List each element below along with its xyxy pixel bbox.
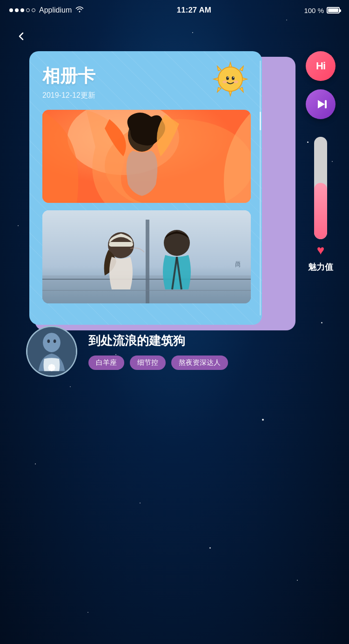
svg-rect-31 bbox=[325, 100, 327, 108]
side-panel: Hi ♥ 魅力值 bbox=[306, 51, 336, 273]
svg-marker-3 bbox=[214, 78, 218, 80]
main-content: 相册卡 2019-12-12更新 bbox=[0, 51, 349, 405]
svg-point-34 bbox=[47, 339, 50, 343]
profile-tags: 白羊座 细节控 熬夜资深达人 bbox=[88, 356, 323, 370]
svg-point-27 bbox=[164, 230, 190, 256]
slider-track bbox=[314, 137, 327, 239]
battery-icon bbox=[327, 7, 340, 13]
status-time: 11:27 AM bbox=[177, 6, 211, 15]
svg-marker-30 bbox=[318, 100, 325, 108]
scroll-indicator bbox=[258, 51, 262, 325]
svg-point-12 bbox=[233, 77, 234, 78]
profile-section: 到处流浪的建筑狗 白羊座 细节控 熬夜资深达人 bbox=[0, 326, 349, 377]
profile-info: 到处流浪的建筑狗 白羊座 细节控 熬夜资深达人 bbox=[88, 333, 323, 370]
tag-3: 熬夜资深达人 bbox=[171, 356, 228, 370]
charm-label: 魅力值 bbox=[308, 262, 333, 273]
status-left: Applidium bbox=[9, 6, 84, 14]
tag-2: 细节控 bbox=[130, 356, 166, 370]
photo-1 bbox=[42, 110, 251, 203]
play-button[interactable] bbox=[306, 89, 336, 119]
status-bar: Applidium 11:27 AM 100 % bbox=[0, 0, 349, 19]
dot3 bbox=[20, 8, 24, 12]
back-button[interactable] bbox=[13, 28, 30, 45]
svg-rect-22 bbox=[146, 220, 149, 303]
charm-slider: ♥ 魅力值 bbox=[308, 137, 333, 273]
card-date: 2019-12-12更新 bbox=[42, 91, 251, 101]
battery-percent: 100 % bbox=[304, 7, 324, 14]
heart-icon: ♥ bbox=[317, 243, 325, 258]
tag-1: 白羊座 bbox=[88, 356, 124, 370]
dot2 bbox=[15, 8, 19, 12]
svg-point-11 bbox=[228, 77, 228, 78]
svg-rect-26 bbox=[109, 242, 133, 247]
svg-point-33 bbox=[43, 333, 60, 352]
dot1 bbox=[9, 8, 13, 12]
avatar-image bbox=[27, 327, 76, 376]
carrier-label: Applidium bbox=[39, 6, 72, 14]
svg-point-10 bbox=[232, 76, 235, 80]
svg-point-13 bbox=[222, 80, 227, 83]
wifi-icon bbox=[75, 6, 84, 14]
hi-button[interactable]: Hi bbox=[306, 51, 336, 81]
slider-fill bbox=[314, 183, 327, 239]
dot4 bbox=[26, 8, 30, 12]
svg-marker-1 bbox=[229, 62, 232, 67]
main-card: 相册卡 2019-12-12更新 bbox=[29, 51, 262, 325]
signal-dots bbox=[9, 8, 35, 12]
dot5 bbox=[32, 8, 35, 12]
photo-2: 厦门 bbox=[42, 210, 251, 303]
svg-marker-4 bbox=[242, 78, 247, 80]
avatar bbox=[26, 326, 77, 377]
svg-point-35 bbox=[54, 339, 56, 343]
svg-marker-6 bbox=[240, 66, 243, 71]
svg-marker-5 bbox=[217, 66, 221, 71]
svg-point-0 bbox=[218, 67, 242, 91]
svg-point-14 bbox=[234, 80, 238, 83]
card-area: 相册卡 2019-12-12更新 bbox=[29, 51, 290, 325]
profile-name: 到处流浪的建筑狗 bbox=[88, 333, 323, 349]
svg-point-9 bbox=[226, 76, 229, 80]
status-right: 100 % bbox=[304, 7, 340, 14]
